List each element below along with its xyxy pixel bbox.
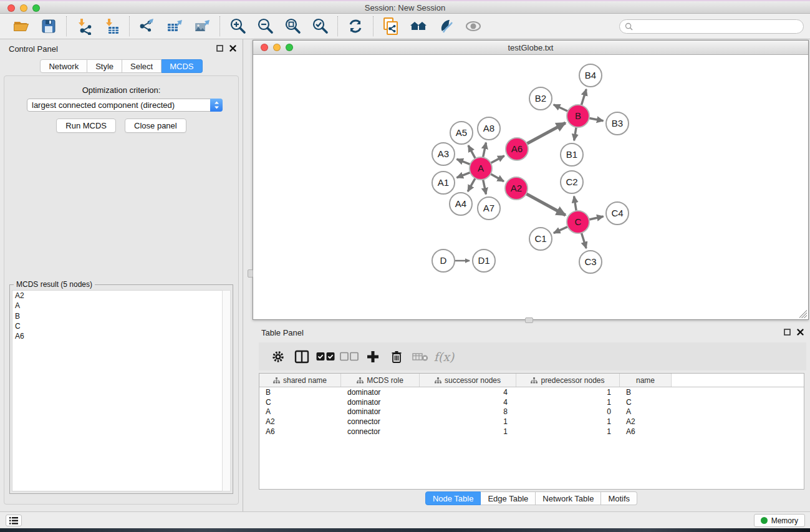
result-list-item[interactable]: C	[12, 321, 222, 331]
result-list-item[interactable]: A6	[12, 331, 222, 341]
zoom-fit-icon[interactable]	[283, 17, 302, 36]
column-header-predecessor-nodes[interactable]: predecessor nodes	[516, 374, 620, 387]
cell-successor-nodes[interactable]: 4	[420, 398, 516, 407]
export-table-icon[interactable]	[165, 17, 184, 36]
save-icon[interactable]	[39, 17, 58, 36]
tab-node-table[interactable]: Node Table	[425, 491, 481, 505]
tab-network-table[interactable]: Network Table	[536, 491, 601, 505]
export-network-icon[interactable]	[138, 17, 157, 36]
task-history-button[interactable]	[6, 515, 22, 526]
open-folder-icon[interactable]	[12, 17, 31, 36]
network-window-titlebar[interactable]: testGlobe.txt	[253, 41, 808, 55]
cell-successor-nodes[interactable]: 4	[420, 388, 516, 397]
search-input[interactable]	[635, 22, 803, 31]
node-label-D: D	[440, 255, 447, 266]
clone-network-icon[interactable]	[382, 17, 400, 36]
window-resize-grip[interactable]	[799, 310, 807, 318]
memory-button[interactable]: Memory	[754, 514, 805, 527]
split-divider-handle-horizontal[interactable]	[525, 317, 533, 323]
trash-icon[interactable]	[386, 347, 407, 366]
export-image-icon[interactable]	[193, 17, 211, 36]
cell-name[interactable]: A6	[620, 427, 672, 436]
import-table-icon[interactable]	[102, 17, 121, 36]
cell-MCDS-role[interactable]: connector	[341, 427, 420, 436]
run-mcds-button[interactable]: Run MCDS	[56, 118, 116, 133]
close-panel-icon[interactable]	[229, 45, 236, 52]
cell-successor-nodes[interactable]: 8	[420, 407, 516, 416]
cell-shared-name[interactable]: B	[259, 388, 341, 397]
cell-successor-nodes[interactable]: 1	[420, 427, 516, 436]
network-window-title: testGlobe.txt	[253, 43, 808, 52]
node-label-B2: B2	[535, 93, 546, 104]
cell-predecessor-nodes[interactable]: 1	[516, 398, 620, 407]
cell-name[interactable]: B	[620, 388, 672, 397]
result-list-item[interactable]: A	[12, 301, 222, 311]
cell-predecessor-nodes[interactable]: 1	[516, 427, 620, 436]
table-row[interactable]: A6connector11A6	[259, 427, 804, 437]
memory-label: Memory	[771, 516, 798, 525]
table-row[interactable]: Cdominator41C	[259, 397, 804, 407]
mcds-result-list[interactable]: A2ABCA6	[12, 290, 222, 491]
cell-name[interactable]: A2	[620, 417, 672, 426]
tab-mcds[interactable]: MCDS	[162, 59, 202, 73]
zoom-out-icon[interactable]	[256, 17, 274, 36]
home-icon[interactable]	[409, 17, 428, 36]
cell-MCDS-role[interactable]: connector	[341, 417, 420, 426]
network-canvas[interactable]: A5A8A3A6AA1A2A4A7B4B2BB3B1C2C4CC1C3DD1	[253, 55, 808, 319]
cell-MCDS-role[interactable]: dominator	[341, 398, 420, 407]
split-divider-handle-vertical[interactable]	[248, 269, 253, 278]
search-field[interactable]	[619, 19, 804, 34]
zoom-selected-icon[interactable]	[311, 17, 329, 36]
columns-icon[interactable]	[291, 347, 312, 366]
cell-successor-nodes[interactable]: 1	[420, 417, 516, 426]
gear-icon[interactable]	[268, 347, 289, 366]
criterion-dropdown[interactable]: largest connected component (directed)	[27, 99, 223, 112]
result-list-item[interactable]: A2	[12, 291, 222, 301]
search-icon	[625, 22, 633, 31]
import-network-icon[interactable]	[75, 17, 94, 36]
column-header-shared-name[interactable]: shared name	[259, 374, 341, 387]
network-view-window: testGlobe.txt A5A8A3A6AA1A2A4A7B4B2BB3B1…	[253, 40, 809, 320]
table-float-panel-icon[interactable]	[784, 329, 791, 336]
select-all-icon[interactable]	[315, 347, 336, 366]
table-panel-tabs: Node TableEdge TableNetwork TableMotifs	[253, 491, 810, 505]
cell-predecessor-nodes[interactable]: 1	[516, 417, 620, 426]
column-header-name[interactable]: name	[620, 374, 672, 387]
column-header-successor-nodes[interactable]: successor nodes	[420, 374, 516, 387]
cell-MCDS-role[interactable]: dominator	[341, 407, 420, 416]
deselect-all-icon[interactable]	[339, 347, 360, 366]
table-row[interactable]: Adominator80A	[259, 407, 804, 417]
cell-name[interactable]: C	[620, 398, 672, 407]
node-label-C4: C4	[611, 208, 623, 218]
zoom-in-icon[interactable]	[228, 17, 247, 36]
result-list-item[interactable]: B	[12, 311, 222, 321]
cell-name[interactable]: A	[620, 407, 672, 416]
cell-predecessor-nodes[interactable]: 1	[516, 388, 620, 397]
tab-edge-table[interactable]: Edge Table	[481, 491, 536, 505]
tab-motifs[interactable]: Motifs	[601, 491, 637, 505]
mcds-tab-content: Optimization criterion: largest connecte…	[4, 75, 239, 505]
table-header-row: shared nameMCDS rolesuccessor nodesprede…	[259, 374, 804, 387]
column-header-MCDS-role[interactable]: MCDS role	[341, 374, 420, 387]
cell-shared-name[interactable]: A6	[259, 427, 341, 436]
float-panel-icon[interactable]	[216, 45, 223, 52]
cell-shared-name[interactable]: C	[259, 398, 341, 407]
table-row[interactable]: Bdominator41B	[259, 387, 804, 397]
style-preview-icon[interactable]	[436, 17, 455, 36]
result-list-scrollbar[interactable]	[222, 290, 231, 491]
eye-icon[interactable]	[464, 17, 483, 36]
cell-shared-name[interactable]: A	[259, 407, 341, 416]
control-panel-title: Control Panel	[9, 44, 58, 54]
tab-select[interactable]: Select	[122, 59, 162, 73]
table-close-panel-icon[interactable]	[797, 329, 804, 336]
cell-shared-name[interactable]: A2	[259, 417, 341, 426]
add-column-icon[interactable]	[362, 347, 383, 366]
cell-MCDS-role[interactable]: dominator	[341, 388, 420, 397]
table-row[interactable]: A2connector11A2	[259, 417, 804, 427]
close-panel-button[interactable]: Close panel	[125, 118, 186, 133]
table-panel: Table Panel	[253, 324, 810, 511]
tab-style[interactable]: Style	[87, 59, 122, 73]
cell-predecessor-nodes[interactable]: 0	[516, 407, 620, 416]
refresh-icon[interactable]	[346, 17, 365, 36]
tab-network[interactable]: Network	[40, 59, 87, 73]
